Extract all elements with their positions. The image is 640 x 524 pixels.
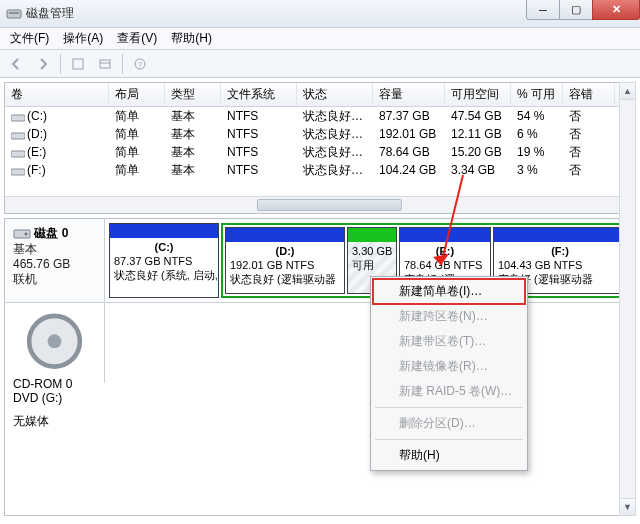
free-space-size: 3.30 GB bbox=[352, 245, 392, 257]
cdrom-0-sub: DVD (G:) bbox=[13, 391, 96, 405]
partition-f-size: 104.43 GB NTFS bbox=[498, 259, 582, 271]
partition-c[interactable]: (C:) 87.37 GB NTFS 状态良好 (系统, 启动, bbox=[109, 223, 219, 298]
col-fault[interactable]: 容错 bbox=[563, 83, 615, 106]
svg-text:?: ? bbox=[138, 60, 143, 69]
col-free[interactable]: 可用空间 bbox=[445, 83, 511, 106]
vertical-scrollbar[interactable]: ▲ ▼ bbox=[619, 82, 636, 516]
titlebar: 磁盘管理 ─ ▢ ✕ bbox=[0, 0, 640, 28]
volume-icon bbox=[11, 130, 25, 140]
col-layout[interactable]: 布局 bbox=[109, 83, 165, 106]
volume-capacity: 192.01 GB bbox=[373, 124, 445, 144]
volume-fault: 否 bbox=[563, 159, 615, 182]
cdrom-0-name: CD-ROM 0 bbox=[13, 377, 72, 391]
volume-status: 状态良好 (… bbox=[297, 159, 373, 182]
volume-free: 3.34 GB bbox=[445, 160, 511, 180]
partition-d[interactable]: (D:) 192.01 GB NTFS 状态良好 (逻辑驱动器 bbox=[225, 227, 345, 294]
disk-0-size: 465.76 GB bbox=[13, 257, 96, 272]
svg-point-12 bbox=[25, 232, 28, 235]
volume-list: 卷 布局 类型 文件系统 状态 容量 可用空间 % 可用 容错 (C:)简单基本… bbox=[4, 82, 636, 214]
svg-rect-3 bbox=[100, 60, 110, 68]
cdrom-0-label[interactable]: CD-ROM 0 DVD (G:) 无媒体 bbox=[5, 303, 105, 383]
cdrom-icon bbox=[13, 363, 96, 377]
ctx-new-striped-volume: 新建带区卷(T)… bbox=[373, 329, 525, 354]
volume-capacity: 78.64 GB bbox=[373, 142, 445, 162]
menu-help[interactable]: 帮助(H) bbox=[165, 28, 218, 49]
col-capacity[interactable]: 容量 bbox=[373, 83, 445, 106]
volume-pct: 3 % bbox=[511, 160, 563, 180]
disk-management-icon bbox=[6, 6, 22, 22]
svg-point-14 bbox=[48, 334, 62, 348]
volume-free: 15.20 GB bbox=[445, 142, 511, 162]
menu-file[interactable]: 文件(F) bbox=[4, 28, 55, 49]
forward-icon[interactable] bbox=[31, 53, 55, 75]
partition-c-label: (C:) bbox=[114, 240, 214, 254]
volume-icon bbox=[11, 112, 25, 122]
ctx-separator bbox=[375, 407, 523, 408]
context-menu: 新建简单卷(I)… 新建跨区卷(N)… 新建带区卷(T)… 新建镜像卷(R)… … bbox=[370, 276, 528, 471]
menu-bar: 文件(F) 操作(A) 查看(V) 帮助(H) bbox=[0, 28, 640, 50]
close-button[interactable]: ✕ bbox=[592, 0, 640, 20]
help-icon[interactable]: ? bbox=[128, 53, 152, 75]
col-pct[interactable]: % 可用 bbox=[511, 83, 563, 106]
col-volume[interactable]: 卷 bbox=[5, 83, 109, 106]
volume-fs: NTFS bbox=[221, 160, 297, 180]
ctx-new-mirrored-volume: 新建镜像卷(R)… bbox=[373, 354, 525, 379]
partition-d-label: (D:) bbox=[230, 244, 340, 258]
partition-e-size: 78.64 GB NTFS bbox=[404, 259, 482, 271]
col-fs[interactable]: 文件系统 bbox=[221, 83, 297, 106]
ctx-new-raid5-volume: 新建 RAID-5 卷(W)… bbox=[373, 379, 525, 404]
ctx-delete-partition: 删除分区(D)… bbox=[373, 411, 525, 436]
volume-icon bbox=[11, 166, 25, 176]
svg-rect-2 bbox=[73, 59, 83, 69]
disk-icon bbox=[13, 227, 31, 241]
window-title: 磁盘管理 bbox=[26, 5, 74, 22]
back-icon[interactable] bbox=[4, 53, 28, 75]
volume-type: 基本 bbox=[165, 159, 221, 182]
volume-pct: 6 % bbox=[511, 124, 563, 144]
maximize-button[interactable]: ▢ bbox=[559, 0, 593, 20]
toolbar-sep bbox=[60, 54, 61, 74]
scroll-up-icon[interactable]: ▲ bbox=[620, 83, 635, 100]
cdrom-0: CD-ROM 0 DVD (G:) 无媒体 bbox=[5, 303, 635, 383]
free-space-status: 可用 bbox=[352, 259, 374, 271]
volume-fs: NTFS bbox=[221, 124, 297, 144]
volume-pct: 19 % bbox=[511, 142, 563, 162]
ctx-new-spanned-volume: 新建跨区卷(N)… bbox=[373, 304, 525, 329]
volume-capacity: 104.24 GB bbox=[373, 160, 445, 180]
volume-row[interactable]: (F:)简单基本NTFS状态良好 (…104.24 GB3.34 GB3 %否 bbox=[5, 161, 635, 179]
ctx-separator bbox=[375, 439, 523, 440]
col-type[interactable]: 类型 bbox=[165, 83, 221, 106]
scroll-down-icon[interactable]: ▼ bbox=[620, 498, 635, 515]
refresh-icon[interactable] bbox=[66, 53, 90, 75]
disk-0-type: 基本 bbox=[13, 242, 96, 257]
partition-c-size: 87.37 GB NTFS bbox=[114, 255, 192, 267]
volume-name: (F:) bbox=[27, 163, 46, 177]
partition-d-status: 状态良好 (逻辑驱动器 bbox=[230, 273, 336, 285]
partition-f-label: (F:) bbox=[498, 244, 622, 258]
volume-list-header: 卷 布局 类型 文件系统 状态 容量 可用空间 % 可用 容错 bbox=[5, 83, 635, 107]
window-controls: ─ ▢ ✕ bbox=[527, 0, 640, 22]
col-status[interactable]: 状态 bbox=[297, 83, 373, 106]
volume-name: (D:) bbox=[27, 127, 47, 141]
menu-action[interactable]: 操作(A) bbox=[57, 28, 109, 49]
menu-view[interactable]: 查看(V) bbox=[111, 28, 163, 49]
ctx-help[interactable]: 帮助(H) bbox=[373, 443, 525, 468]
partition-c-status: 状态良好 (系统, 启动, bbox=[114, 269, 218, 281]
svg-rect-10 bbox=[11, 169, 25, 175]
volume-layout: 简单 bbox=[109, 159, 165, 182]
ctx-new-simple-volume[interactable]: 新建简单卷(I)… bbox=[373, 279, 525, 304]
toolbar: ? bbox=[0, 50, 640, 78]
disk-0: 磁盘 0 基本 465.76 GB 联机 (C:) 87.37 GB NTFS … bbox=[5, 219, 635, 303]
minimize-button[interactable]: ─ bbox=[526, 0, 560, 20]
disk-map: 磁盘 0 基本 465.76 GB 联机 (C:) 87.37 GB NTFS … bbox=[4, 218, 636, 516]
svg-rect-1 bbox=[9, 12, 19, 14]
svg-rect-8 bbox=[11, 133, 25, 139]
cdrom-0-status: 无媒体 bbox=[13, 413, 96, 430]
partition-d-size: 192.01 GB NTFS bbox=[230, 259, 314, 271]
properties-icon[interactable] bbox=[93, 53, 117, 75]
volume-fs: NTFS bbox=[221, 142, 297, 162]
disk-0-status: 联机 bbox=[13, 272, 96, 287]
horizontal-scrollbar[interactable] bbox=[5, 196, 635, 213]
disk-0-label[interactable]: 磁盘 0 基本 465.76 GB 联机 bbox=[5, 219, 105, 302]
volume-name: (C:) bbox=[27, 109, 47, 123]
